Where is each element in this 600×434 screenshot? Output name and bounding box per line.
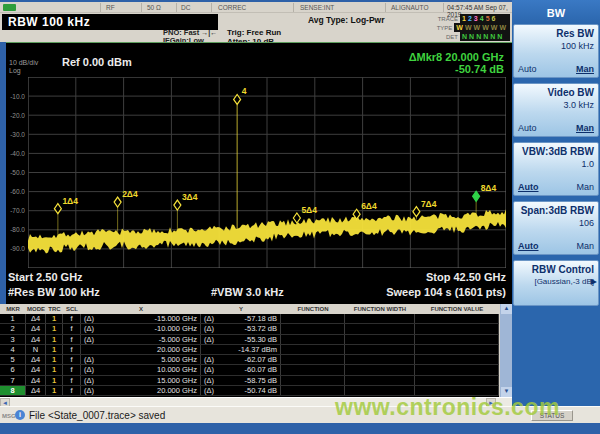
softkey-span-3db-rbw[interactable]: Span:3dB RBW 106 Auto Man <box>513 201 599 255</box>
y-axis-label: -90.0 <box>6 245 25 252</box>
submenu-arrow-icon: ▶ <box>591 277 597 286</box>
status-message: File <State_0007.trace> saved <box>29 410 165 421</box>
marker-diamond-7Δ4[interactable] <box>413 207 420 217</box>
softkey-menu: BW Res BW 100 kHz Auto Man Video BW 3.0 … <box>512 0 600 406</box>
auto-option: Auto <box>518 123 537 133</box>
marker-label: 6Δ4 <box>361 201 377 211</box>
watermark: www.cntronics.com <box>335 394 560 421</box>
marker-table-row[interactable]: 5Δ41f(Δ)5.000 GHz(Δ)-62.07 dB <box>0 355 512 365</box>
marker-label: 1Δ4 <box>62 196 78 206</box>
graph-area: 10 dB/divLog Ref 0.00 dBm ΔMkr8 20.000 G… <box>6 42 512 304</box>
start-freq-label: Start 2.50 GHz <box>8 271 83 283</box>
trace-status-row: DETNNNNNN <box>432 32 510 41</box>
y-axis-label: -70.0 <box>6 207 25 214</box>
column-header: Y <box>201 304 281 314</box>
y-axis-label: -20.0 <box>6 112 25 119</box>
indicator-row: RF 50 Ω DC CORREC SENSE:INT ALIGNAUTO 04… <box>0 2 512 13</box>
column-header: FUNCTION <box>281 304 345 314</box>
column-header: MKR <box>0 304 26 314</box>
marker-diamond-8Δ4[interactable] <box>473 191 480 201</box>
column-header: X <box>81 304 201 314</box>
auto-option: Auto <box>518 182 539 192</box>
marker-table-row[interactable]: 1Δ41f(Δ)-15.000 GHz(Δ)-57.18 dB <box>0 314 512 324</box>
marker-table-header: MKRMODETRCSCLXYFUNCTIONFUNCTION WIDTHFUN… <box>0 304 512 314</box>
indicator-dc: DC <box>181 4 190 11</box>
pno-arrow-icon: →|← <box>201 29 217 36</box>
marker-label: 7Δ4 <box>421 199 437 209</box>
y-axis-label: -80.0 <box>6 226 25 233</box>
marker-label: 3Δ4 <box>182 192 198 202</box>
marker-table: MKRMODETRCSCLXYFUNCTIONFUNCTION WIDTHFUN… <box>0 304 512 397</box>
column-header: TRC <box>46 304 63 314</box>
softkey-vbw-3db-rbw[interactable]: VBW:3dB RBW 1.0 Auto Man <box>513 142 599 196</box>
marker-table-row[interactable]: 6Δ41f(Δ)10.000 GHz(Δ)-60.07 dB <box>0 365 512 375</box>
stop-freq-label: Stop 42.50 GHz <box>426 271 506 283</box>
table-vertical-scrollbar[interactable]: ▲ ▼ <box>499 304 512 397</box>
vbw-label: #VBW 3.0 kHz <box>211 286 284 298</box>
marker-table-row[interactable]: 4N1f20.000 GHz-14.37 dBm <box>0 345 512 355</box>
marker-label: 4 <box>242 86 247 96</box>
top-bar: RF 50 Ω DC CORREC SENSE:INT ALIGNAUTO 04… <box>0 2 512 42</box>
info-icon: i <box>15 410 25 420</box>
trace-status-row: TRACE123456 <box>432 14 510 23</box>
indicator-align: ALIGNAUTO <box>391 4 428 11</box>
man-option: Man <box>576 64 594 74</box>
sweep-label: Sweep 104 s (1601 pts) <box>386 286 506 298</box>
man-option: Man <box>576 182 594 192</box>
spectrum-analyzer-screen: RF 50 Ω DC CORREC SENSE:INT ALIGNAUTO 04… <box>0 0 600 434</box>
y-axis-label: -60.0 <box>6 188 25 195</box>
marker-diamond-3Δ4[interactable] <box>174 200 181 210</box>
avg-type-label: Avg Type: Log-Pwr <box>308 15 385 25</box>
column-header: FUNCTION WIDTH <box>345 304 415 314</box>
column-header: MODE <box>26 304 46 314</box>
marker-label: 2Δ4 <box>122 189 138 199</box>
ref-level-label: Ref 0.00 dBm <box>62 56 132 68</box>
y-axis-label: -40.0 <box>6 150 25 157</box>
marker-diamond-1Δ4[interactable] <box>54 204 61 214</box>
man-option: Man <box>576 123 594 133</box>
delta-marker-readout: ΔMkr8 20.000 GHz -50.74 dB <box>409 51 504 75</box>
man-option: Man <box>576 241 594 251</box>
marker-table-row[interactable]: 7Δ41f(Δ)15.000 GHz(Δ)-58.75 dB <box>0 376 512 386</box>
softkey-rbw-control[interactable]: RBW Control [Gaussian,-3 dB] ▶ <box>513 260 599 306</box>
indicator-sense: SENSE:INT <box>300 4 334 11</box>
y-axis-labels: -10.0-20.0-30.0-40.0-50.0-60.0-70.0-80.0… <box>6 77 26 268</box>
auto-option: Auto <box>518 64 537 74</box>
column-header: FUNCTION VALUE <box>415 304 499 314</box>
marker-table-row[interactable]: 3Δ41f(Δ)-5.000 GHz(Δ)-55.30 dB <box>0 335 512 345</box>
trace-status-block: TRACE123456TYPEWWWWWWDETNNNNNN <box>432 14 510 41</box>
marker-label: 5Δ4 <box>301 205 317 215</box>
spectrum-plot: 1Δ42Δ43Δ445Δ46Δ47Δ48Δ4 <box>28 77 506 268</box>
column-header: SCL <box>63 304 81 314</box>
trig-label: Trig: Free Run <box>227 28 281 37</box>
marker-diamond-2Δ4[interactable] <box>114 197 121 207</box>
trace-status-row: TYPEWWWWWW <box>432 23 510 32</box>
scroll-up-icon[interactable]: ▲ <box>501 304 512 314</box>
indicator-impedance: 50 Ω <box>147 4 161 11</box>
auto-option: Auto <box>518 241 539 251</box>
y-axis-label: -30.0 <box>6 131 25 138</box>
softkey-video-bw[interactable]: Video BW 3.0 kHz Auto Man <box>513 83 599 137</box>
marker-diamond-5Δ4[interactable] <box>293 213 300 223</box>
marker-label: 8Δ4 <box>481 183 497 193</box>
res-bw-label: #Res BW 100 kHz <box>8 286 100 298</box>
lan-status-icon <box>3 4 16 11</box>
marker-table-row[interactable]: 2Δ41f(Δ)-10.000 GHz(Δ)-53.72 dB <box>0 324 512 334</box>
y-axis-label: -50.0 <box>6 169 25 176</box>
softkey-res-bw[interactable]: Res BW 100 kHz Auto Man <box>513 24 599 78</box>
menu-title: BW <box>512 0 600 24</box>
y-axis-label: -10.0 <box>6 93 25 100</box>
indicator-rf: RF <box>106 4 115 11</box>
indicator-correc: CORREC <box>218 4 246 11</box>
scale-label: 10 dB/divLog <box>9 59 38 75</box>
msg-label: MSG <box>2 413 16 419</box>
